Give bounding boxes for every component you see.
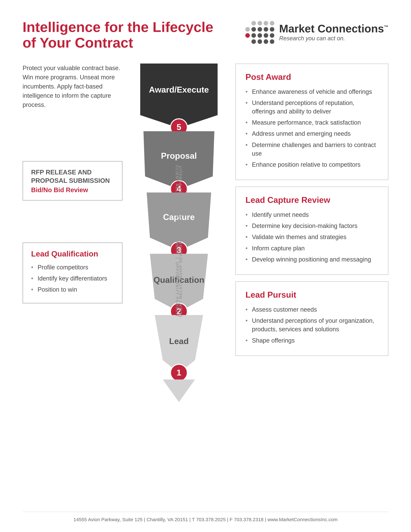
lead-capture-list: Identify unmet needs Determine key decis… [245, 210, 378, 264]
post-award-box: Post Award Enhance awareness of vehicle … [235, 64, 388, 180]
post-award-list: Enhance awareness of vehicle and offerin… [245, 87, 378, 169]
footer: 14555 Avion Parkway, Suite 125 | Chantil… [23, 512, 388, 522]
logo-text-block: Market Connections™ Research you can act… [279, 23, 388, 42]
right-rotated-label: CLIENT RELATIONSHIP DEVELOPMENT | OPPORT… [175, 165, 179, 317]
dot [258, 33, 262, 38]
title-block: Intelligence for the Lifecycle of Your C… [23, 19, 213, 51]
logo-dots [245, 21, 274, 44]
dot [245, 39, 250, 44]
main-content: Protect your valuable contract base. Win… [23, 64, 388, 419]
list-item: Address unmet and emerging needs [245, 129, 378, 138]
dot-red [245, 33, 250, 38]
funnel-label-4: Proposal [161, 151, 197, 161]
dot [270, 21, 274, 26]
logo-tagline: Research you can act on. [279, 35, 388, 42]
center-funnel: CLIENT RELATIONSHIP DEVELOPMENT | OPPORT… [132, 64, 226, 419]
dot [245, 21, 250, 26]
list-item: Assess customer needs [245, 305, 378, 314]
dot [264, 27, 268, 32]
list-item: Determine key decision-making factors [245, 222, 378, 230]
list-item: Profile competitors [31, 263, 114, 272]
header: Intelligence for the Lifecycle of Your C… [23, 19, 388, 51]
list-item: Inform capture plan [245, 244, 378, 253]
rfp-title: RFP RELEASE AND PROPOSAL SUBMISSION [31, 168, 114, 185]
dot [264, 33, 268, 38]
lead-qual-list: Profile competitors Identify key differe… [31, 263, 114, 294]
list-item: Understand perceptions of reputation, of… [245, 99, 378, 116]
lead-qual-title: Lead Qualification [31, 249, 114, 258]
dot [270, 27, 274, 32]
page-title: Intelligence for the Lifecycle of Your C… [23, 19, 213, 51]
list-item: Position to win [31, 285, 114, 294]
logo-name: Market Connections™ [279, 23, 388, 34]
dot [258, 27, 262, 32]
right-column: Post Award Enhance awareness of vehicle … [235, 64, 388, 419]
lead-capture-box: Lead Capture Review Identify unmet needs… [235, 187, 388, 275]
page: Intelligence for the Lifecycle of Your C… [0, 0, 411, 532]
dot [258, 21, 262, 26]
logo-block: Market Connections™ Research you can act… [245, 21, 388, 44]
dot [245, 27, 250, 32]
left-column: Protect your valuable contract base. Win… [23, 64, 122, 419]
list-item: Determine challenges and barriers to con… [245, 141, 378, 158]
lead-pursuit-list: Assess customer needs Understand percept… [245, 305, 378, 345]
dot [252, 21, 256, 26]
list-item: Measure performance, track satisfaction [245, 118, 378, 127]
list-item: Shape offerings [245, 336, 378, 345]
dot [258, 39, 262, 44]
dot [264, 39, 268, 44]
circle-label-1: 1 [177, 368, 181, 377]
dot [252, 33, 256, 38]
dot [270, 33, 274, 38]
rfp-box: RFP RELEASE AND PROPOSAL SUBMISSION Bid/… [23, 161, 122, 200]
dot [252, 27, 256, 32]
list-item: Understand perceptions of your organizat… [245, 316, 378, 333]
dot [252, 39, 256, 44]
lead-pursuit-box: Lead Pursuit Assess customer needs Under… [235, 281, 388, 356]
intro-text: Protect your valuable contract base. Win… [23, 64, 122, 109]
lead-qual-box: Lead Qualification Profile competitors I… [23, 242, 122, 304]
footer-text: 14555 Avion Parkway, Suite 125 | Chantil… [74, 517, 338, 522]
dot [270, 39, 274, 44]
lead-pursuit-title: Lead Pursuit [245, 290, 378, 300]
rfp-subtitle: Bid/No Bid Review [31, 186, 114, 194]
list-item: Enhance awareness of vehicle and offerin… [245, 87, 378, 96]
funnel-bottom-arrow [163, 380, 195, 402]
list-item: Validate win themes and strategies [245, 233, 378, 241]
funnel-label-1: Lead [169, 336, 188, 346]
funnel-label-5: Award/Execute [149, 85, 209, 94]
lead-capture-title: Lead Capture Review [245, 195, 378, 205]
post-award-title: Post Award [245, 72, 378, 82]
dot [264, 21, 268, 26]
list-item: Identify key differentiators [31, 274, 114, 283]
circle-label-5: 5 [177, 122, 181, 132]
list-item: Develop winning positioning and messagin… [245, 255, 378, 264]
list-item: Identify unmet needs [245, 210, 378, 219]
list-item: Enhance position relative to competitors [245, 161, 378, 169]
